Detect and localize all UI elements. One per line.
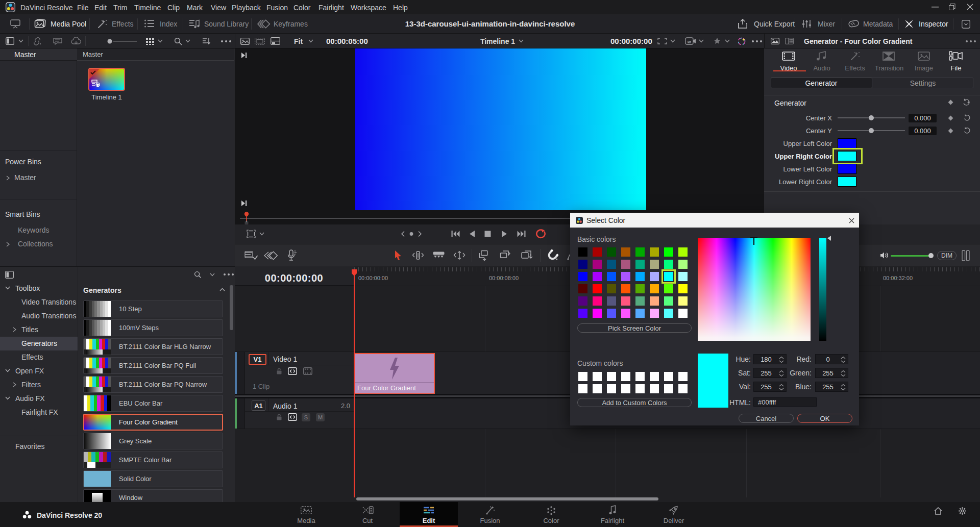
svg-text:HQ: HQ bbox=[688, 41, 691, 43]
